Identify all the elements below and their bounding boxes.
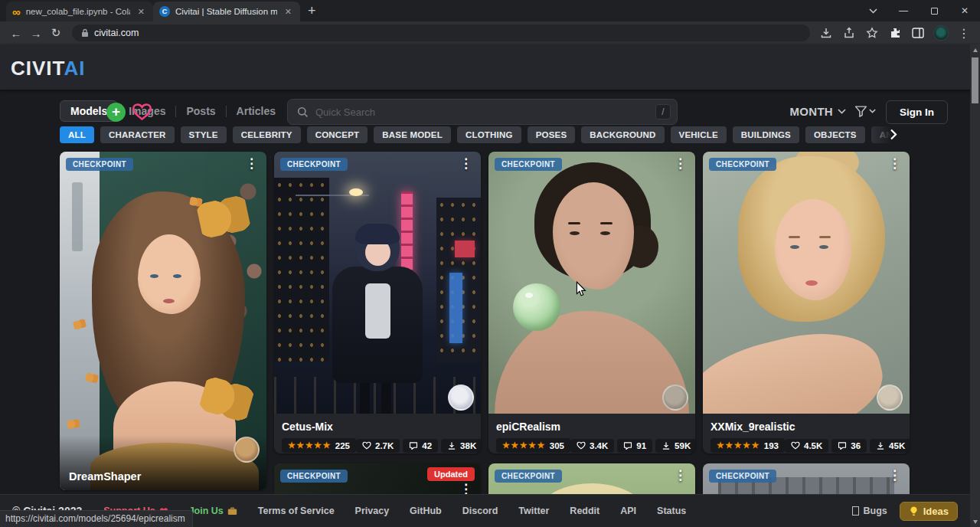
ideas-label: Ideas [923, 506, 949, 517]
card-menu-kebab-icon[interactable]: ⋮ [882, 466, 907, 485]
footer-link-privacy[interactable]: Privacy [355, 506, 389, 516]
model-image[interactable]: CHECKPOINT ⋮ [274, 152, 481, 414]
category-pill-vehicle[interactable]: VEHICLE [671, 126, 727, 143]
model-card-cetus-mix[interactable]: CHECKPOINT ⋮ Cetus-Mix ★★★★★ 225 [274, 152, 481, 453]
category-pill-objects[interactable]: OBJECTS [805, 126, 865, 143]
footer-link-reddit[interactable]: Reddit [570, 506, 599, 516]
scrollbar-up-arrow[interactable] [970, 44, 980, 55]
creator-avatar[interactable] [234, 437, 260, 463]
browser-toolbar: ← → ↻ civitai.com ⋮ [0, 21, 980, 44]
footer-link-github[interactable]: GitHub [410, 506, 442, 516]
card-menu-kebab-icon[interactable]: ⋮ [239, 154, 264, 173]
card-menu-kebab-icon[interactable]: ⋮ [668, 466, 693, 485]
triangle-down-icon [973, 520, 978, 524]
creator-avatar[interactable] [877, 385, 903, 411]
footer-link-api[interactable]: API [620, 506, 636, 516]
upload-plus-button[interactable]: + [106, 103, 126, 122]
category-pill-concept[interactable]: CONCEPT [307, 126, 368, 143]
filter-funnel-button[interactable] [853, 103, 877, 119]
scrollbar-down-arrow[interactable] [970, 516, 980, 527]
category-pill-character[interactable]: CHARACTER [100, 126, 175, 143]
footer-link-join-us[interactable]: Join Us [189, 506, 237, 516]
rating-chip: ★★★★★ 193 [710, 438, 785, 453]
period-dropdown[interactable]: MONTH [790, 105, 847, 118]
bugs-link[interactable]: Bugs [852, 506, 887, 516]
model-image[interactable]: CHECKPOINT ⋮ DreamShaper [60, 152, 266, 490]
category-pill-base-model[interactable]: BASE MODEL [374, 126, 451, 143]
card-menu-kebab-icon[interactable]: ⋮ [882, 154, 907, 173]
window-maximize-button[interactable] [919, 0, 949, 21]
triangle-up-icon [973, 48, 978, 52]
model-card-epicrealism[interactable]: CHECKPOINT ⋮ epiCRealism ★★★★★ 305 [488, 152, 695, 453]
footer-link-terms[interactable]: Terms of Service [258, 506, 335, 516]
category-scroll-right-button[interactable] [890, 129, 897, 143]
download-icon [447, 441, 456, 450]
card-menu-kebab-icon[interactable]: ⋮ [453, 154, 479, 173]
category-pill-buildings[interactable]: BUILDINGS [733, 126, 799, 143]
tab-close-icon[interactable]: ✕ [136, 7, 147, 17]
rating-count: 305 [550, 441, 564, 450]
favorites-heart-icon[interactable] [132, 103, 152, 124]
category-pill-background[interactable]: BACKGROUND [581, 126, 664, 143]
art-shape [819, 236, 831, 238]
downloads-chip: 59K [655, 439, 695, 453]
model-image[interactable]: CHECKPOINT ⋮ [488, 152, 695, 414]
creator-avatar[interactable] [448, 385, 474, 411]
category-pill-clothing[interactable]: CLOTHING [457, 126, 521, 143]
browser-tab-colab[interactable]: ∞ new_colab_file.ipynb - Colaborat ✕ [6, 2, 153, 21]
tab-close-icon[interactable]: ✕ [283, 7, 294, 17]
footer-link-discord[interactable]: Discord [462, 506, 498, 516]
tab-articles[interactable]: Articles [227, 101, 286, 121]
art-shape [819, 245, 828, 249]
stat-chips: 3.4K 91 59K [570, 439, 695, 453]
art-shape [349, 188, 363, 196]
category-pill-style[interactable]: STYLE [181, 126, 227, 143]
heart-icon [362, 441, 371, 450]
window-minimize-button[interactable]: — [888, 0, 919, 21]
page-scrollbar[interactable] [970, 44, 980, 527]
category-pill-celebrity[interactable]: CELEBRITY [233, 126, 301, 143]
address-bar[interactable]: civitai.com [72, 25, 810, 41]
side-panel-icon[interactable] [908, 24, 928, 42]
art-shape [455, 241, 475, 257]
civitai-logo[interactable]: CIVITAI [11, 57, 86, 80]
browser-profile-avatar[interactable] [931, 24, 951, 42]
footer-link-status[interactable]: Status [657, 506, 686, 516]
back-button[interactable]: ← [6, 24, 26, 42]
category-row-fade [864, 124, 903, 146]
screen: ∞ new_colab_file.ipynb - Colaborat ✕ C C… [0, 0, 980, 527]
url-text: civitai.com [94, 28, 139, 38]
search-input[interactable] [315, 106, 648, 118]
chevron-right-icon [890, 129, 897, 140]
window-close-button[interactable]: ✕ [949, 0, 980, 21]
window-menu-chevron-icon[interactable] [858, 0, 888, 21]
bookmark-star-icon[interactable] [862, 24, 882, 42]
category-pill-all[interactable]: ALL [60, 126, 94, 143]
reload-button[interactable]: ↻ [46, 24, 66, 42]
quick-search-bar[interactable]: / [287, 99, 678, 125]
model-card-dreamshaper[interactable]: CHECKPOINT ⋮ DreamShaper [60, 152, 266, 490]
share-icon[interactable] [839, 24, 859, 42]
star-rating-icons: ★★★★★ [717, 440, 760, 450]
browser-tab-civitai[interactable]: C Civitai | Stable Diffusion models, ✕ [153, 2, 300, 21]
model-image[interactable]: CHECKPOINT ⋮ [703, 152, 910, 414]
ideas-button[interactable]: Ideas [900, 502, 958, 521]
footer-link-twitter[interactable]: Twitter [518, 506, 549, 516]
new-tab-button[interactable]: + [308, 3, 316, 19]
download-icon[interactable] [816, 24, 836, 42]
browser-menu-kebab-icon[interactable]: ⋮ [954, 24, 974, 42]
forward-button[interactable]: → [26, 24, 46, 42]
tab-posts[interactable]: Posts [176, 101, 225, 121]
scrollbar-thumb[interactable] [972, 57, 978, 103]
comment-icon [409, 441, 418, 450]
colab-favicon-icon: ∞ [12, 6, 21, 18]
comments-count: 91 [636, 441, 646, 450]
sign-in-button[interactable]: Sign In [886, 100, 948, 124]
creator-avatar[interactable] [662, 385, 688, 411]
category-pill-poses[interactable]: POSES [528, 126, 576, 143]
lightbulb-icon [909, 506, 919, 517]
likes-chip: 2.7K [356, 439, 400, 453]
card-menu-kebab-icon[interactable]: ⋮ [668, 154, 693, 173]
model-card-xxmix-9realistic[interactable]: CHECKPOINT ⋮ XXMix_9realistic ★★★★★ 193 [703, 152, 910, 453]
extensions-puzzle-icon[interactable] [885, 24, 905, 42]
